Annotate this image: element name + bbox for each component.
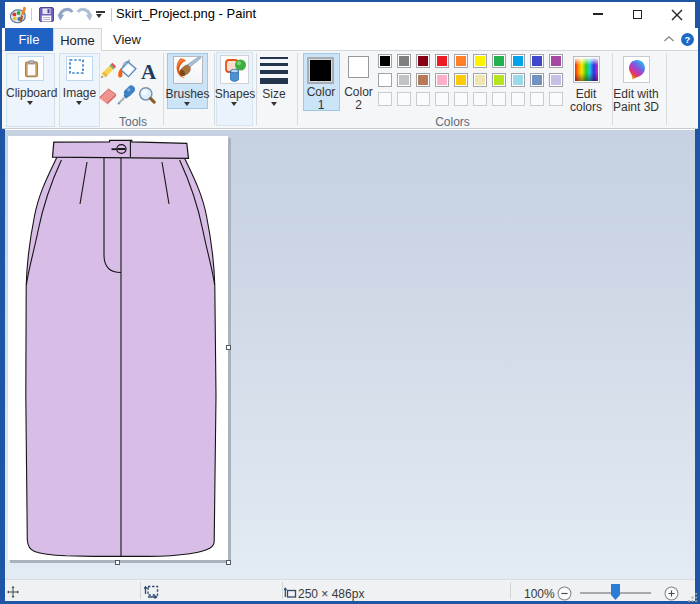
- svg-text:?: ?: [685, 34, 691, 45]
- svg-text:A: A: [141, 61, 157, 81]
